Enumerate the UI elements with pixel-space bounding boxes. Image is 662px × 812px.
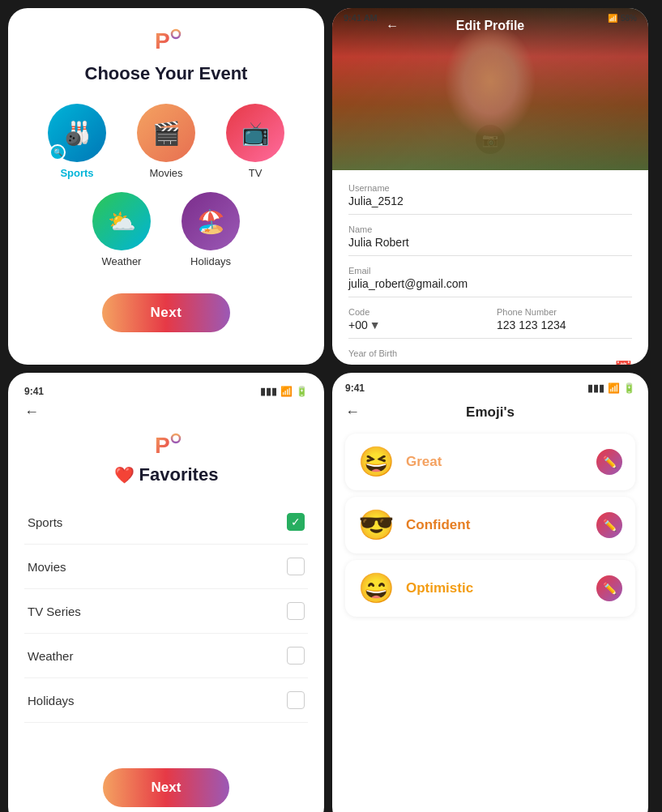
optimistic-face: 😄 (358, 571, 395, 605)
username-value: Julia_2512 (348, 194, 632, 207)
event-holidays[interactable]: 🏖️ Holidays (178, 192, 243, 267)
svg-text:P: P (155, 28, 170, 53)
fav-item-tvseries[interactable]: TV Series (24, 589, 308, 634)
status-time-fav: 9:41 (24, 386, 44, 397)
fav-movies-label: Movies (28, 560, 66, 574)
wifi-icon-fav: 📶 (280, 386, 293, 397)
emoji-optimistic[interactable]: 😄 Optimistic ✏️ (345, 560, 635, 617)
holidays-icon-circle: 🏖️ (182, 192, 240, 250)
fav-item-weather[interactable]: Weather (24, 634, 308, 678)
calendar-icon[interactable]: 📅 (614, 360, 632, 365)
panel-title: Choose Your Event (85, 63, 248, 84)
wifi-icon: 📶 (608, 14, 617, 23)
fav-sports-label: Sports (28, 515, 62, 529)
phone-icons-emoji: ▮▮▮ 📶 🔋 (587, 382, 635, 394)
event-tv[interactable]: 📺 TV (223, 104, 288, 179)
favorites-panel: 9:41 ▮▮▮ 📶 🔋 ← P (8, 373, 324, 812)
signal-icon-emoji: ▮▮▮ (587, 382, 604, 394)
back-button-fav[interactable]: ← (24, 404, 39, 420)
yob-value: 1993 (348, 362, 374, 365)
emoji-great[interactable]: 😆 Great ✏️ (345, 434, 635, 490)
great-label: Great (406, 454, 585, 470)
fav-item-sports[interactable]: Sports ✓ (24, 500, 308, 545)
code-value: +00 (348, 318, 368, 331)
emojis-title: Emoji's (366, 404, 614, 421)
phone-field[interactable]: Phone Number 123 123 1234 (497, 307, 632, 331)
next-button-fav[interactable]: Next (103, 768, 230, 807)
code-dropdown-icon[interactable]: ▼ (369, 318, 381, 331)
fav-holidays-label: Holidays (28, 694, 75, 707)
holidays-icon: 🏖️ (197, 208, 225, 235)
holidays-label: Holidays (190, 255, 231, 267)
status-time: 9:41 AM (344, 13, 378, 23)
sports-label: Sports (60, 167, 93, 179)
event-weather[interactable]: ⛅ Weather (89, 192, 154, 267)
name-value: Julia Robert (348, 236, 632, 249)
fav-weather-checkbox[interactable] (287, 647, 305, 665)
fav-tvseries-checkbox[interactable] (287, 602, 305, 620)
fav-logo: P (148, 429, 184, 464)
favorites-list: Sports ✓ Movies TV Series Weather Holida… (24, 500, 308, 749)
tv-label: TV (249, 167, 263, 179)
event-movies[interactable]: 🎬 Movies (134, 104, 199, 179)
confident-label: Confident (406, 517, 585, 533)
yob-row: 1993 📅 (348, 360, 632, 365)
favorites-title: ❤️ Favorites (114, 464, 219, 485)
weather-icon: ⛅ (108, 208, 136, 235)
edit-profile-panel: 9:41 AM 📶 58% ← Edit Profile 📷 Username … (332, 8, 648, 365)
logo: P (148, 24, 184, 60)
battery-icon-emoji: 🔋 (623, 382, 635, 394)
phone-label: Phone Number (497, 307, 632, 317)
battery-icon-fav: 🔋 (296, 386, 308, 397)
fav-holidays-checkbox[interactable] (287, 691, 305, 709)
confident-edit-button[interactable]: ✏️ (596, 512, 622, 538)
edit-icon-2: ✏️ (603, 519, 617, 532)
edit-icon-3: ✏️ (603, 582, 617, 595)
fav-item-holidays[interactable]: Holidays (24, 678, 308, 723)
fav-item-movies[interactable]: Movies (24, 545, 308, 589)
profile-photo-section: ← Edit Profile 📷 (332, 8, 648, 170)
selected-badge (49, 144, 66, 160)
fav-movies-checkbox[interactable] (287, 558, 305, 575)
status-bar-fav: 9:41 ▮▮▮ 📶 🔋 (24, 386, 308, 397)
movies-icon-circle: 🎬 (137, 104, 195, 162)
name-field[interactable]: Name Julia Robert (348, 224, 632, 256)
back-button-emoji[interactable]: ← (345, 404, 360, 421)
next-button[interactable]: Next (102, 293, 231, 332)
sports-icon: 🎳 (63, 120, 92, 147)
username-label: Username (348, 183, 632, 193)
weather-label: Weather (102, 255, 142, 267)
phone-value: 123 123 1234 (497, 318, 632, 331)
email-field[interactable]: Email julia_robert@gmail.com (348, 266, 632, 297)
fav-sports-checkbox[interactable]: ✓ (287, 513, 305, 531)
signal-icon: ▮▮▮ (260, 386, 277, 397)
code-value-group: +00 ▼ (348, 318, 484, 331)
emoji-list: 😆 Great ✏️ 😎 Confident ✏️ 😄 Optimistic ✏… (345, 434, 635, 810)
sports-icon-circle: 🎳 (48, 104, 106, 162)
weather-icon-circle: ⛅ (92, 192, 151, 250)
emoji-confident[interactable]: 😎 Confident ✏️ (345, 497, 635, 553)
heart-icon: ❤️ (114, 465, 135, 485)
status-icons: 📶 58% (608, 14, 637, 23)
wifi-icon-emoji: 📶 (608, 382, 620, 394)
email-label: Email (348, 266, 632, 276)
movies-label: Movies (149, 167, 182, 179)
great-edit-button[interactable]: ✏️ (596, 449, 622, 475)
code-label: Code (348, 307, 484, 317)
tv-icon: 📺 (241, 120, 270, 147)
username-field[interactable]: Username Julia_2512 (348, 183, 632, 215)
optimistic-edit-button[interactable]: ✏️ (596, 575, 622, 601)
back-row: ← (24, 404, 308, 421)
battery-icon: 58% (621, 14, 637, 23)
name-label: Name (348, 224, 632, 234)
movies-icon: 🎬 (152, 120, 181, 147)
event-sports[interactable]: 🎳 Sports (45, 104, 109, 179)
edit-icon: ✏️ (603, 455, 617, 468)
yob-label: Year of Birth (348, 348, 632, 358)
favorites-label: Favorites (139, 464, 219, 485)
phone-row: Code +00 ▼ Phone Number 123 123 1234 (348, 307, 632, 339)
phone-icons-fav: ▮▮▮ 📶 🔋 (260, 386, 308, 397)
fav-logo-section: P ❤️ Favorites (24, 429, 308, 485)
yob-field[interactable]: Year of Birth 1993 📅 (348, 348, 632, 365)
code-field[interactable]: Code +00 ▼ (348, 307, 484, 331)
